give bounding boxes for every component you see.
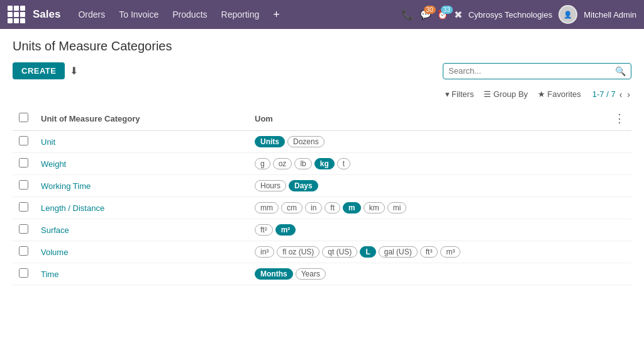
star-icon: ★	[538, 89, 545, 99]
table-row: Volumein³fl oz (US)qt (US)Lgal (US)ft³m³	[13, 241, 631, 263]
uom-tag[interactable]: kg	[314, 158, 335, 169]
uom-tag[interactable]: mi	[387, 202, 407, 213]
row-name-link[interactable]: Weight	[41, 159, 66, 169]
uom-tag[interactable]: g	[255, 158, 270, 169]
uom-tag[interactable]: Dozens	[287, 136, 325, 147]
uom-tag[interactable]: ft³	[420, 246, 438, 258]
uom-tags: HoursDays	[255, 180, 601, 191]
groupby-button[interactable]: ☰ Group By	[480, 87, 531, 101]
uom-tag[interactable]: in³	[255, 246, 274, 258]
table-row: Surfaceft²m²	[13, 219, 631, 241]
row-name-link[interactable]: Volume	[41, 247, 68, 257]
uom-tag[interactable]: km	[364, 202, 385, 213]
uom-tag[interactable]: Months	[255, 268, 293, 280]
row-checkbox[interactable]	[19, 136, 28, 145]
uom-tag[interactable]: mm	[255, 202, 279, 213]
uom-tag[interactable]: ft²	[255, 224, 273, 236]
row-checkbox[interactable]	[19, 158, 28, 168]
column-options-button[interactable]: ⋮	[614, 111, 625, 125]
uom-tags: ft²m²	[255, 224, 601, 236]
uom-tag[interactable]: Days	[289, 180, 318, 191]
col-header-uom: Uom	[248, 106, 608, 131]
row-name-link[interactable]: Unit	[41, 137, 55, 147]
uom-tag[interactable]: m²	[275, 224, 296, 236]
uom-tag[interactable]: t	[337, 158, 350, 169]
row-checkbox[interactable]	[19, 180, 28, 190]
nav-to-invoice[interactable]: To Invoice	[113, 6, 165, 23]
app-name[interactable]: Sales	[33, 8, 60, 21]
chat-count: 30	[424, 6, 436, 14]
uom-tags: UnitsDozens	[255, 136, 601, 147]
uom-tag[interactable]: lb	[294, 158, 311, 169]
uom-tag[interactable]: cm	[281, 202, 303, 213]
nav-orders[interactable]: Orders	[72, 6, 111, 23]
topnav-right: 📞 💬 30 ⏰ 33 ✖ Cybrosys Technologies 👤 Mi…	[401, 5, 636, 24]
topnav-menu: Orders To Invoice Products Reporting	[72, 6, 265, 23]
uom-tag[interactable]: qt (US)	[322, 246, 357, 258]
search-input[interactable]	[448, 66, 615, 76]
company-name: Cybrosys Technologies	[469, 10, 552, 20]
uom-tag[interactable]: ft	[325, 202, 340, 213]
row-checkbox[interactable]	[19, 202, 28, 212]
filter-icon: ▾	[445, 89, 450, 99]
uom-tag[interactable]: m	[343, 202, 361, 213]
activity-badge[interactable]: ⏰ 33	[437, 9, 448, 20]
activity-count: 33	[441, 6, 453, 14]
phone-icon[interactable]: 📞	[401, 9, 414, 21]
table-row: Length / Distancemmcminftmkmmi	[13, 197, 631, 219]
uom-tag[interactable]: fl oz (US)	[277, 246, 319, 258]
table-row: Weightgozlbkgt	[13, 153, 631, 175]
uom-tags: in³fl oz (US)qt (US)Lgal (US)ft³m³	[255, 246, 601, 258]
search-box: 🔍	[443, 63, 631, 79]
uom-table: Unit of Measure Category Uom ⋮ UnitUnits…	[13, 106, 631, 285]
col-header-category: Unit of Measure Category	[35, 106, 248, 131]
table-row: UnitUnitsDozens	[13, 131, 631, 153]
prev-page-button[interactable]: ‹	[618, 88, 624, 101]
uom-tag[interactable]: Hours	[255, 180, 286, 191]
uom-tag[interactable]: gal (US)	[379, 246, 418, 258]
row-checkbox[interactable]	[19, 246, 28, 256]
topnav: Sales Orders To Invoice Products Reporti…	[0, 0, 644, 29]
uom-tags: MonthsYears	[255, 268, 601, 280]
select-all-checkbox[interactable]	[19, 113, 28, 122]
nav-products[interactable]: Products	[166, 6, 213, 23]
download-button[interactable]: ⬇	[70, 65, 78, 77]
favorites-button[interactable]: ★ Favorites	[534, 87, 584, 101]
table-row: Working TimeHoursDays	[13, 175, 631, 197]
chat-badge[interactable]: 💬 30	[420, 9, 431, 20]
row-name-link[interactable]: Length / Distance	[41, 203, 104, 213]
app-grid-icon[interactable]	[8, 6, 25, 23]
groupby-icon: ☰	[484, 89, 491, 99]
row-name-link[interactable]: Time	[41, 270, 58, 279]
uom-tags: gozlbkgt	[255, 158, 601, 169]
create-button[interactable]: CREATE	[13, 62, 65, 79]
username: Mitchell Admin	[584, 10, 636, 20]
row-name-link[interactable]: Surface	[41, 225, 69, 235]
nav-reporting[interactable]: Reporting	[215, 6, 266, 23]
main-content: Units of Measure Categories CREATE ⬇ 🔍 ▾…	[0, 29, 644, 364]
search-icon: 🔍	[615, 66, 626, 76]
pagination: 1-7 / 7	[592, 89, 616, 99]
uom-tag[interactable]: oz	[273, 158, 292, 169]
row-checkbox[interactable]	[19, 224, 28, 234]
avatar[interactable]: 👤	[558, 5, 577, 24]
row-checkbox[interactable]	[19, 268, 28, 278]
uom-tag[interactable]: L	[360, 246, 375, 258]
next-page-button[interactable]: ›	[626, 88, 631, 101]
row-name-link[interactable]: Working Time	[41, 181, 91, 191]
uom-tag[interactable]: in	[305, 202, 322, 213]
uom-tags: mmcminftmkmmi	[255, 202, 601, 213]
table-row: TimeMonthsYears	[13, 263, 631, 285]
uom-tag[interactable]: Units	[255, 136, 285, 147]
filters-button[interactable]: ▾ Filters	[441, 87, 477, 101]
settings-icon[interactable]: ✖	[454, 9, 462, 21]
uom-tag[interactable]: Years	[296, 268, 326, 280]
page-title: Units of Measure Categories	[13, 39, 631, 54]
add-menu-icon[interactable]: +	[268, 6, 285, 24]
uom-tag[interactable]: m³	[440, 246, 460, 258]
